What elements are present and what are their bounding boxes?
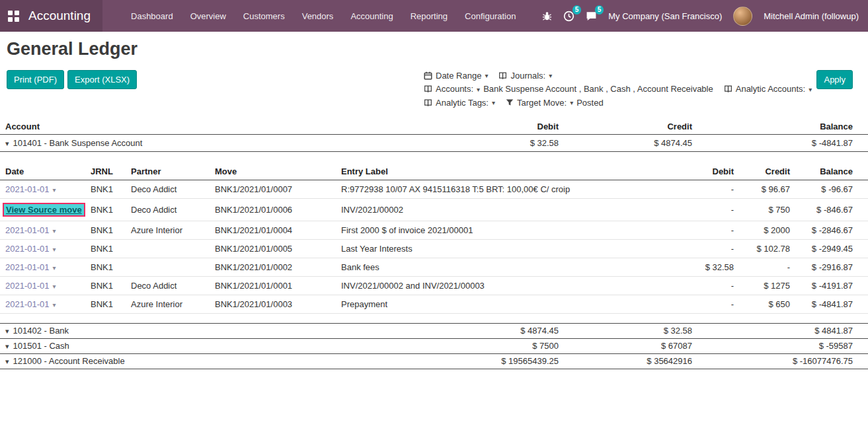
nav-item-configuration[interactable]: Configuration (456, 7, 524, 25)
navbar-systray: 5 5 My Company (San Francisco) Mitchell … (542, 7, 868, 26)
col-header-detail-credit: Credit (734, 166, 790, 176)
account-row-121000[interactable]: 121000 - Account Receivable $ 19565439.2… (0, 353, 868, 369)
entry-debit: $ 32.58 (668, 262, 734, 272)
expand-caret-icon (5, 356, 13, 366)
ledger-entry-row: 2021-01-01 BNK1 Deco Addict BNK1/2021/01… (0, 277, 868, 295)
book-icon (498, 71, 507, 80)
company-switcher[interactable]: My Company (San Francisco) (608, 11, 722, 21)
entry-date: 2021-01-01 (5, 244, 50, 254)
report-controls: Print (PDF) Export (XLSX) Date Range (0, 67, 868, 118)
entry-journal: BNK1 (91, 205, 131, 215)
entry-balance: $ -2846.67 (790, 225, 853, 235)
analytic-accounts-label: Analytic Accounts: (736, 83, 806, 96)
caret-down-icon (50, 244, 56, 254)
analytic-accounts-filter[interactable]: Analytic Accounts: (724, 83, 812, 96)
nav-item-overview[interactable]: Overview (182, 7, 235, 25)
nav-item-dashboard[interactable]: Dashboard (122, 7, 182, 25)
analytic-tags-label: Analytic Tags: (436, 96, 489, 110)
page-title: General Ledger (7, 39, 868, 59)
user-avatar[interactable] (733, 7, 752, 26)
entry-date-dropdown[interactable]: 2021-01-01 (5, 281, 56, 291)
entry-date-dropdown[interactable]: 2021-01-01 (5, 262, 56, 272)
entry-label: INV/2021/00002 and INV/2021/00003 (341, 281, 668, 291)
col-header-jrnl: JRNL (91, 166, 131, 176)
user-menu[interactable]: Mitchell Admin (followup) (764, 11, 859, 21)
export-xlsx-button[interactable]: Export (XLSX) (67, 70, 137, 89)
expand-caret-icon (5, 326, 13, 336)
account-name: 101402 - Bank (13, 326, 69, 336)
account-credit: $ 4874.45 (559, 138, 692, 148)
accounts-selected-value: Bank Suspense Account , Bank , Cash , Ac… (483, 83, 713, 96)
entry-label: Last Year Interests (341, 244, 668, 254)
nav-item-customers[interactable]: Customers (235, 7, 294, 25)
book-icon (424, 98, 432, 107)
entry-journal: BNK1 (91, 225, 131, 235)
entry-date-dropdown[interactable]: 2021-01-01 (5, 184, 56, 194)
funnel-icon (506, 98, 514, 106)
col-header-detail-debit: Debit (668, 166, 734, 176)
nav-item-vendors[interactable]: Vendors (294, 7, 342, 25)
analytic-tags-filter[interactable]: Analytic Tags: (424, 96, 495, 110)
col-header-date: Date (5, 166, 91, 176)
entry-balance: $ -96.67 (790, 184, 853, 194)
entry-date-dropdown[interactable]: 2021-01-01 (5, 244, 56, 254)
accounts-filter[interactable]: Accounts: Bank Suspense Account , Bank ,… (424, 83, 713, 96)
account-credit: $ 67087 (559, 341, 692, 351)
caret-down-icon (485, 69, 488, 83)
entry-debit: - (668, 299, 734, 309)
caret-down-icon (549, 69, 552, 83)
entry-balance: $ -2949.45 (790, 244, 853, 254)
entry-partner: Azure Interior (131, 225, 215, 235)
journals-filter[interactable]: Journals: (498, 69, 552, 83)
entry-balance: $ -2916.87 (790, 262, 853, 272)
entry-label: Prepayment (341, 299, 668, 309)
ledger-entry-row: 2021-01-01 BNK1 Azure Interior BNK1/2021… (0, 221, 868, 240)
entry-debit: - (668, 281, 734, 291)
entry-journal: BNK1 (91, 244, 131, 254)
entry-move: BNK1/2021/01/0007 (215, 184, 341, 194)
messages-chat-icon[interactable]: 5 (586, 11, 597, 22)
ledger-entry-row: 2021-01-01 BNK1 Deco Addict BNK1/2021/01… (0, 180, 868, 199)
caret-down-icon (570, 96, 573, 110)
date-range-filter[interactable]: Date Range (424, 69, 488, 83)
entry-date-dropdown[interactable]: 2021-01-01 (5, 299, 56, 309)
entry-date: 2021-01-01 (5, 262, 50, 272)
book-icon (724, 85, 732, 93)
entry-move: BNK1/2021/01/0006 (215, 205, 341, 215)
date-range-label: Date Range (436, 69, 481, 83)
col-header-debit: Debit (400, 122, 559, 131)
entry-move: BNK1/2021/01/0001 (215, 281, 341, 291)
view-source-move-link[interactable]: View Source move (3, 203, 85, 217)
caret-down-icon (809, 83, 812, 96)
nav-item-accounting[interactable]: Accounting (342, 7, 401, 25)
activities-clock-icon[interactable]: 5 (563, 11, 574, 22)
account-row-101402[interactable]: 101402 - Bank $ 4874.45 $ 32.58 $ 4841.8… (0, 323, 868, 338)
account-debit: $ 19565439.25 (400, 356, 559, 366)
ledger-header-row: Account Debit Credit Balance (0, 118, 868, 135)
account-row-101501[interactable]: 101501 - Cash $ 7500 $ 67087 $ -59587 (0, 338, 868, 353)
detail-header-row: Date JRNL Partner Move Entry Label Debit… (0, 164, 868, 180)
calendar-icon (424, 71, 432, 80)
col-header-credit: Credit (559, 122, 692, 131)
activities-badge: 5 (572, 5, 582, 15)
main-menu: Dashboard Overview Customers Vendors Acc… (122, 7, 524, 25)
caret-down-icon (50, 281, 56, 291)
account-row-101401[interactable]: 101401 - Bank Suspense Account $ 32.58 $… (0, 135, 868, 152)
entry-credit: $ 750 (734, 205, 790, 215)
messages-badge: 5 (595, 5, 604, 15)
accounts-label: Accounts: (436, 83, 473, 96)
entry-debit: - (668, 225, 734, 235)
print-pdf-button[interactable]: Print (PDF) (7, 70, 64, 89)
ledger-entry-row: 2021-01-01 BNK1 Azure Interior BNK1/2021… (0, 295, 868, 314)
account-name: 101501 - Cash (13, 341, 69, 351)
entry-credit: $ 1275 (734, 281, 790, 291)
col-header-balance: Balance (692, 122, 853, 131)
debug-bug-icon[interactable] (542, 11, 552, 21)
entry-date-dropdown[interactable]: 2021-01-01 (5, 225, 56, 235)
apply-button[interactable]: Apply (816, 70, 853, 89)
target-move-filter[interactable]: Target Move: Posted (506, 96, 604, 110)
nav-item-reporting[interactable]: Reporting (402, 7, 456, 25)
book-icon (424, 85, 432, 93)
target-move-label: Target Move: (517, 96, 567, 110)
apps-menu-button[interactable]: Accounting (0, 0, 102, 32)
